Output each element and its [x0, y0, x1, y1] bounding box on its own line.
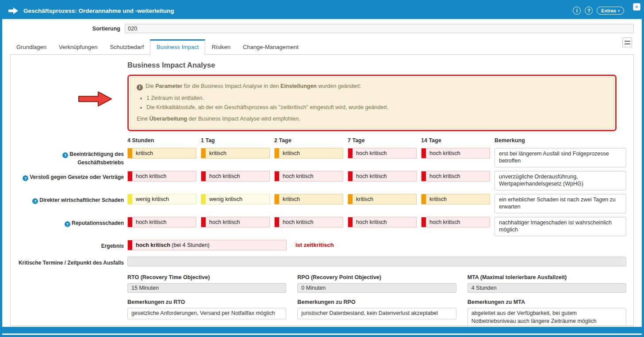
kritische-termine-input[interactable] — [127, 257, 626, 266]
criticality-label: hoch kritisch — [426, 150, 460, 156]
tab-change-management[interactable]: Change-Management — [237, 39, 305, 54]
sortierung-row: Sortierung — [10, 24, 634, 33]
criticality-cell[interactable]: kritisch — [274, 194, 343, 204]
notice-text: Eine — [137, 116, 150, 122]
criticality-color-bar — [422, 194, 426, 204]
mta-input[interactable] — [468, 283, 626, 293]
criticality-cell[interactable]: hoch kritisch — [201, 171, 270, 182]
criticality-label: wenig kritisch — [206, 196, 242, 202]
mta-note-field[interactable]: abgeleitet aus der Verfügbarkeit, bei gu… — [468, 308, 626, 326]
rto-note-label: Bemerkungen zu RTO — [127, 299, 286, 305]
criticality-label: wenig kritisch — [132, 196, 169, 202]
criticality-label: hoch kritisch — [353, 150, 387, 156]
matrix-row-label: Beeinträchtigung des Geschäftsbetriebs — [69, 151, 124, 166]
criticality-color-bar — [128, 171, 132, 181]
criticality-cell[interactable]: kritisch — [127, 148, 196, 159]
criticality-cell[interactable]: hoch kritisch — [348, 217, 417, 227]
result-value-bold: hoch kritisch — [136, 242, 170, 248]
criticality-label: hoch kritisch — [353, 173, 387, 179]
criticality-cell[interactable]: hoch kritisch — [421, 171, 490, 182]
criticality-cell[interactable]: kritisch — [274, 148, 343, 159]
criticality-color-bar — [128, 148, 132, 158]
criticality-cell[interactable]: hoch kritisch — [348, 148, 417, 159]
bemerkung-field[interactable]: unverzügliche Orderausführung, Wertpapie… — [494, 171, 626, 190]
matrix-row: ?Direkter wirtschaftlicher Schaden wenig… — [15, 194, 626, 213]
criticality-cell[interactable]: kritisch — [348, 194, 417, 204]
criticality-color-bar — [422, 217, 426, 227]
result-label: Ergebnis — [101, 243, 124, 249]
tab-schutzbedarf[interactable]: Schutzbedarf — [104, 39, 150, 54]
tab-risiken[interactable]: Risiken — [205, 39, 237, 54]
bemerkung-field[interactable]: ein erheblicher Schaden ist nach zwei Ta… — [494, 194, 626, 213]
row-help-icon[interactable]: ? — [32, 198, 38, 204]
business-impact-panel: Business Impact Analyse iDie Parameter f… — [10, 54, 634, 326]
tab-grundlagen[interactable]: Grundlagen — [10, 39, 53, 54]
row-help-icon[interactable]: ? — [23, 175, 28, 181]
panel-toggle-icon[interactable] — [622, 38, 632, 47]
mta-column: MTA (Maximal tolerierbare Ausfallzeit) B… — [468, 274, 626, 326]
rpo-note-label: Bemerkungen zu RPO — [297, 299, 456, 305]
criticality-cell[interactable]: kritisch — [421, 194, 490, 204]
criticality-cell[interactable]: hoch kritisch — [201, 217, 270, 227]
criticality-label: hoch kritisch — [132, 219, 166, 225]
criticality-cell[interactable]: wenig kritisch — [201, 194, 270, 204]
process-arrow-icon — [8, 8, 18, 14]
section-heading: Business Impact Analyse — [127, 61, 626, 69]
extras-button[interactable]: Extras ▾ — [597, 7, 624, 15]
criticality-label: kritisch — [353, 196, 373, 202]
result-cell: hoch kritisch (bei 4 Stunden) — [127, 240, 287, 250]
criticality-label: hoch kritisch — [206, 173, 240, 179]
row-help-icon[interactable]: ? — [65, 221, 70, 227]
rto-input[interactable] — [127, 283, 286, 293]
criticality-cell[interactable]: hoch kritisch — [274, 217, 343, 227]
criticality-label: hoch kritisch — [132, 173, 166, 179]
rpo-input[interactable] — [297, 283, 456, 293]
close-button[interactable]: ✕ — [633, 3, 640, 11]
criticality-color-bar — [275, 217, 279, 227]
bemerkung-field[interactable]: nachhaltiger Imageschaden ist wahrschein… — [494, 217, 626, 236]
criticality-cell[interactable]: hoch kritisch — [127, 171, 196, 182]
rto-note-field[interactable]: gesetzliche Anforderungen, Versand per N… — [127, 308, 286, 319]
criticality-label: hoch kritisch — [426, 219, 460, 225]
rpo-column: RPO (Recovery Point Objective) Bemerkung… — [297, 274, 456, 326]
matrix-row-label: Reputationsschaden — [72, 220, 124, 226]
criticality-color-bar — [275, 171, 279, 181]
help-icon[interactable]: ? — [585, 7, 593, 15]
result-value-rest: (bei 4 Stunden) — [170, 242, 210, 248]
red-highlight-box: iDie Parameter für die Business Impact A… — [127, 75, 617, 131]
notice-intro-line: iDie Parameter für die Business Impact A… — [137, 83, 607, 91]
criticality-color-bar — [201, 148, 206, 158]
criticality-cell[interactable]: hoch kritisch — [421, 217, 490, 227]
info-icon[interactable]: i — [573, 7, 581, 15]
result-row: Ergebnis hoch kritisch (bei 4 Stunden) i… — [15, 240, 626, 250]
recovery-section: RTO (Recovery Time Objective) Bemerkunge… — [15, 273, 626, 326]
criticality-cell[interactable]: kritisch — [201, 148, 270, 159]
footer-bar — [2, 327, 642, 333]
criticality-cell[interactable]: hoch kritisch — [274, 171, 343, 182]
app-window: Geschäftsprozess: Orderannahme und -weit… — [0, 0, 644, 337]
criticality-cell[interactable]: wenig kritisch — [127, 194, 196, 204]
notice-text: der Business Impact Analyse wird empfohl… — [187, 116, 300, 122]
column-header: 14 Tage — [421, 137, 490, 144]
criticality-cell[interactable]: hoch kritisch — [421, 148, 490, 159]
rpo-label: RPO (Recovery Point Objective) — [297, 274, 456, 280]
criticality-color-bar — [422, 148, 426, 158]
matrix-row: ?Reputationsschaden hoch kritisch hoch k… — [15, 217, 626, 236]
criticality-cell[interactable]: hoch kritisch — [127, 217, 196, 227]
sortierung-input[interactable] — [125, 24, 634, 33]
bemerkung-field[interactable]: erst bei längerem Ausfall sind Folgeproz… — [494, 148, 626, 167]
row-help-icon[interactable]: ? — [62, 152, 68, 158]
criticality-cell[interactable]: hoch kritisch — [348, 171, 417, 182]
rpo-note-field[interactable]: juristischer Datenbestand, kein Datenver… — [297, 308, 456, 319]
criticality-color-bar — [128, 240, 132, 250]
caret-down-icon: ▾ — [618, 9, 620, 13]
tab-bar: Grundlagen Verknüpfungen Schutzbedarf Bu… — [10, 39, 634, 54]
tab-verknuepfungen[interactable]: Verknüpfungen — [53, 39, 104, 54]
tab-business-impact[interactable]: Business Impact — [150, 39, 205, 55]
criticality-color-bar — [201, 217, 206, 227]
page-title: Geschäftsprozess: Orderannahme und -weit… — [23, 8, 174, 14]
matrix-row-label-cell: ?Beeinträchtigung des Geschäftsbetriebs — [15, 148, 124, 167]
kritische-termine-row: Kritische Termine / Zeitpunkt des Ausfal… — [15, 257, 626, 267]
column-header: 2 Tage — [274, 137, 343, 144]
annotation-arrow-cell — [15, 75, 124, 137]
